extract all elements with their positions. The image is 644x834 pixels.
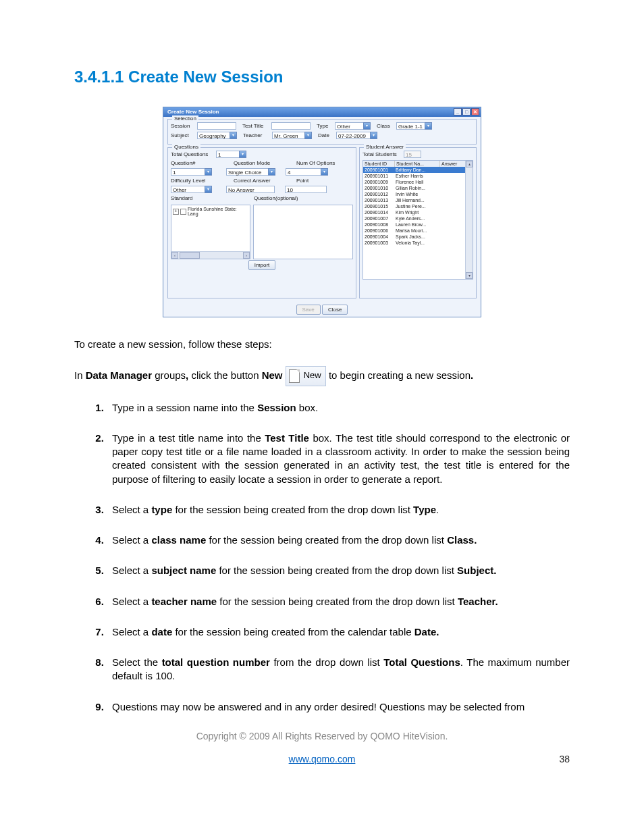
- list-item: Questions may now be answered and in any…: [107, 700, 570, 714]
- expand-icon[interactable]: +: [173, 209, 179, 215]
- chevron-down-icon[interactable]: ▾: [425, 122, 432, 130]
- import-button[interactable]: Import: [248, 260, 276, 270]
- class-select[interactable]: Grade 1-1: [396, 122, 425, 130]
- table-row[interactable]: 200901014Kim Wright: [363, 209, 473, 215]
- chevron-down-icon[interactable]: ▾: [363, 122, 371, 130]
- table-row[interactable]: 200901001Brittany Dan...: [363, 167, 473, 173]
- col-student-name[interactable]: Student Na...: [395, 161, 440, 167]
- table-row[interactable]: 200901008Lauren Brow...: [363, 221, 473, 228]
- correct-label: Correct Answer: [234, 178, 294, 184]
- tree-item-label: Florida Sunshine State: Lang: [188, 207, 248, 216]
- qmode-label: Question Mode: [234, 160, 294, 166]
- new-button-paragraph: In Data Manager groups, click the button…: [74, 366, 570, 386]
- class-label: Class: [377, 123, 394, 129]
- table-row[interactable]: 200901006Marisa Moori...: [363, 228, 473, 234]
- scroll-down-icon[interactable]: ▾: [466, 272, 473, 279]
- scrollbar-horizontal[interactable]: ‹ ›: [171, 251, 250, 259]
- dialog-title: Create New Session _ □ ✕: [163, 107, 481, 117]
- page-number: 38: [559, 754, 570, 764]
- list-item: Select a date for the session being crea…: [107, 625, 570, 639]
- question-optional-input[interactable]: [253, 205, 353, 259]
- standard-tree[interactable]: + Florida Sunshine State: Lang ‹ ›: [171, 205, 250, 259]
- list-item: Select a type for the session being crea…: [107, 503, 570, 517]
- student-answer-legend: Student Answer: [364, 144, 406, 150]
- close-window-button[interactable]: ✕: [471, 108, 479, 115]
- qnum-label: Question#: [171, 160, 232, 166]
- point-label: Point: [296, 178, 308, 184]
- chevron-down-icon[interactable]: ▾: [205, 186, 212, 193]
- table-row[interactable]: 200901010Gllian Robin...: [363, 185, 473, 191]
- standard-label: Standard: [171, 195, 252, 201]
- point-input[interactable]: 10: [285, 186, 327, 193]
- list-item: Select a subject name for the session be…: [107, 564, 570, 577]
- checkbox-icon[interactable]: [180, 209, 186, 215]
- table-row[interactable]: 200901015Justine Pere...: [363, 203, 473, 209]
- close-button[interactable]: Close: [322, 305, 348, 315]
- numopt-label: Num Of Options: [296, 160, 335, 166]
- student-table[interactable]: Student ID Student Na... Answer 20090100…: [363, 160, 473, 280]
- table-row[interactable]: 200901004Spark Jacks...: [363, 234, 473, 240]
- scrollbar-vertical[interactable]: ▴ ▾: [465, 161, 473, 279]
- date-select[interactable]: 07-22-2009: [336, 132, 370, 139]
- totals-label: Total Students: [363, 151, 402, 157]
- testtitle-label: Test Title: [242, 123, 269, 129]
- teacher-label: Teacher: [243, 132, 270, 138]
- totalq-label: Total Questions: [171, 151, 214, 157]
- maximize-button[interactable]: □: [462, 108, 471, 115]
- table-row[interactable]: 200901007Kyle Anders...: [363, 215, 473, 221]
- scroll-thumb[interactable]: [180, 252, 200, 259]
- selection-group: Selection Session Test Title Type Other▾…: [167, 119, 477, 145]
- session-input[interactable]: [197, 122, 236, 130]
- table-row[interactable]: 200901012Irvin White: [363, 191, 473, 197]
- scroll-up-icon[interactable]: ▴: [466, 161, 473, 167]
- save-button: Save: [296, 305, 321, 315]
- list-item: Type in a test title name into the Test …: [107, 432, 570, 486]
- calendar-icon[interactable]: ▾: [370, 132, 377, 139]
- qnum-select[interactable]: 1: [171, 168, 205, 176]
- correct-input[interactable]: No Answer: [226, 186, 275, 193]
- subject-select[interactable]: Geography: [197, 132, 230, 139]
- scroll-right-icon[interactable]: ›: [243, 252, 250, 259]
- file-icon: [288, 369, 301, 383]
- minimize-button[interactable]: _: [454, 108, 462, 115]
- section-heading: 3.4.1.1 Create New Session: [74, 68, 570, 86]
- testtitle-input[interactable]: [271, 122, 311, 130]
- col-student-id[interactable]: Student ID: [363, 161, 395, 167]
- chevron-down-icon[interactable]: ▾: [230, 132, 237, 139]
- new-button-image: New: [286, 366, 326, 386]
- scroll-left-icon[interactable]: ‹: [171, 252, 178, 259]
- list-item: Select a teacher name for the session be…: [107, 595, 570, 608]
- list-item: Type in a session name into the Session …: [107, 401, 570, 415]
- table-row[interactable]: 200901003Velonia Tayl...: [363, 240, 473, 246]
- subject-label: Subject: [171, 132, 195, 138]
- type-select[interactable]: Other: [335, 122, 363, 130]
- date-label: Date: [318, 132, 334, 138]
- list-item: Select a class name for the session bein…: [107, 533, 570, 547]
- table-row[interactable]: 200901013Jill Hernand...: [363, 197, 473, 203]
- chevron-down-icon[interactable]: ▾: [321, 168, 328, 176]
- selection-legend: Selection: [172, 115, 198, 122]
- qopt-label: Question(optional): [254, 195, 298, 201]
- intro-text: To create a new session, follow these st…: [74, 338, 570, 351]
- list-item: Select the total question number from th…: [107, 656, 570, 683]
- qmode-select[interactable]: Single Choice: [226, 168, 268, 176]
- table-row[interactable]: 200901011Esther Harris: [363, 173, 473, 179]
- questions-legend: Questions: [172, 144, 200, 150]
- numopt-select[interactable]: 4: [286, 168, 321, 176]
- copyright-text: Copyright © 2009 All Rights Reserved by …: [74, 731, 570, 741]
- chevron-down-icon[interactable]: ▾: [268, 168, 275, 176]
- chevron-down-icon[interactable]: ▾: [304, 132, 312, 139]
- teacher-select[interactable]: Mr. Green: [272, 132, 304, 139]
- chevron-down-icon[interactable]: ▾: [239, 151, 246, 158]
- totalq-select[interactable]: 1: [216, 151, 239, 158]
- session-label: Session: [171, 123, 195, 129]
- student-answer-group: Student Answer Total Students 15 Student…: [359, 147, 477, 298]
- steps-list: Type in a session name into the Session …: [74, 401, 570, 714]
- table-row[interactable]: 200901009Florence Hall: [363, 179, 473, 185]
- dialog-title-text: Create New Session: [167, 109, 219, 115]
- type-label: Type: [317, 123, 333, 129]
- create-session-dialog: Create New Session _ □ ✕ Selection Sessi…: [163, 107, 481, 317]
- chevron-down-icon[interactable]: ▾: [205, 168, 212, 176]
- diff-select[interactable]: Other: [171, 186, 205, 193]
- footer-url[interactable]: www.qomo.com: [289, 754, 356, 764]
